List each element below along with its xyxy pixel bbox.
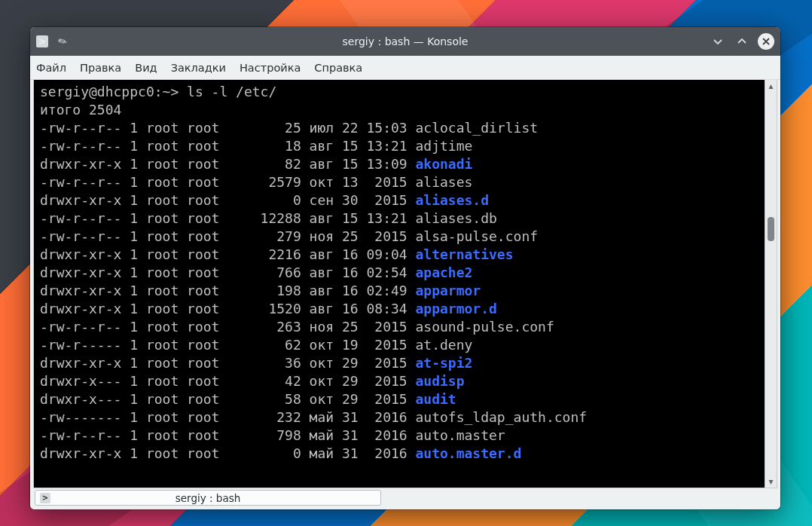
konsole-window: > ✎ sergiy : bash — Konsole Файл Правка …: [30, 27, 780, 509]
terminal-container: sergiy@dhcppc0:~> ls -l /etc/ итого 2504…: [33, 80, 777, 488]
menu-bar: Файл Правка Вид Закладки Настройка Справ…: [30, 56, 780, 80]
app-icon: >: [36, 35, 48, 47]
tab-bar: > sergiy : bash: [30, 488, 780, 509]
scrollbar-thumb[interactable]: [768, 217, 774, 241]
menu-edit[interactable]: Правка: [80, 62, 121, 74]
chevron-down-icon: [712, 35, 724, 47]
window-title: sergiy : bash — Konsole: [30, 35, 780, 47]
menu-settings[interactable]: Настройка: [240, 62, 301, 74]
terminal-output[interactable]: sergiy@dhcppc0:~> ls -l /etc/ итого 2504…: [34, 80, 765, 488]
window-titlebar[interactable]: > ✎ sergiy : bash — Konsole: [30, 27, 780, 56]
terminal-icon: >: [40, 493, 50, 503]
menu-help[interactable]: Справка: [314, 62, 362, 74]
scroll-down-icon[interactable]: ▾: [765, 476, 777, 488]
minimize-button[interactable]: [710, 33, 726, 50]
scroll-up-icon[interactable]: ▴: [765, 80, 777, 92]
tab-session[interactable]: > sergiy : bash: [35, 490, 381, 506]
menu-bookmarks[interactable]: Закладки: [171, 62, 226, 74]
maximize-button[interactable]: [734, 33, 750, 50]
pin-icon[interactable]: ✎: [53, 32, 72, 51]
menu-file[interactable]: Файл: [36, 62, 66, 74]
close-icon: [762, 37, 771, 46]
scrollbar[interactable]: ▴ ▾: [765, 80, 777, 488]
close-button[interactable]: [758, 33, 774, 50]
menu-view[interactable]: Вид: [135, 62, 157, 74]
tab-label: sergiy : bash: [176, 492, 241, 504]
chevron-up-icon: [736, 35, 748, 47]
